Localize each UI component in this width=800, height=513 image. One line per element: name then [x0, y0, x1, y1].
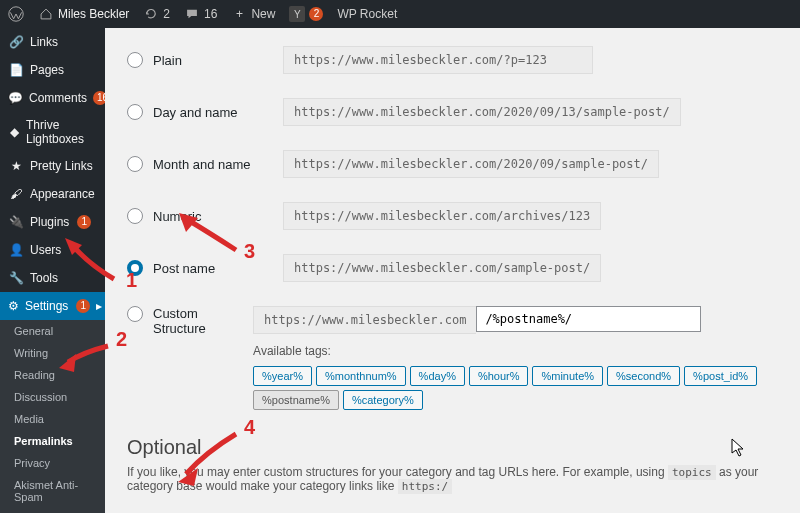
settings-submenu: General Writing Reading Discussion Media…	[0, 320, 105, 513]
thrive-icon: ◆	[8, 124, 20, 140]
refresh-icon	[143, 6, 159, 22]
link-icon: 🔗	[8, 34, 24, 50]
url-postname: https://www.milesbeckler.com/sample-post…	[283, 254, 601, 282]
tag-chip[interactable]: %minute%	[532, 366, 603, 386]
sidebar-item-prettylinks[interactable]: ★Pretty Links	[0, 152, 105, 180]
tag-chip[interactable]: %second%	[607, 366, 680, 386]
sidebar-item-tools[interactable]: 🔧Tools	[0, 264, 105, 292]
custom-base: https://www.milesbeckler.com	[253, 306, 476, 334]
url-monthname: https://www.milesbeckler.com/2020/09/sam…	[283, 150, 659, 178]
option-postname[interactable]: Post namehttps://www.milesbeckler.com/sa…	[127, 242, 778, 294]
option-dayname[interactable]: Day and namehttps://www.milesbeckler.com…	[127, 86, 778, 138]
admin-bar: Miles Beckler 2 16 + New Y 2 WP Rocket	[0, 0, 800, 28]
tag-chip[interactable]: %monthnum%	[316, 366, 406, 386]
radio-monthname[interactable]	[127, 156, 143, 172]
sub-discussion[interactable]: Discussion	[0, 386, 105, 408]
yoast-link[interactable]: Y 2	[289, 6, 323, 22]
option-monthname[interactable]: Month and namehttps://www.milesbeckler.c…	[127, 138, 778, 190]
sidebar-item-settings[interactable]: ⚙Settings1▸	[0, 292, 105, 320]
sub-tinymce[interactable]: TinyMCE Advanced	[0, 508, 105, 513]
tag-chip[interactable]: %day%	[410, 366, 465, 386]
sub-general[interactable]: General	[0, 320, 105, 342]
mouse-cursor-icon	[731, 438, 745, 461]
radio-postname[interactable]	[127, 260, 143, 276]
radio-custom[interactable]	[127, 306, 143, 322]
url-numeric: https://www.milesbeckler.com/archives/12…	[283, 202, 601, 230]
sidebar-item-appearance[interactable]: 🖌Appearance	[0, 180, 105, 208]
wprocket-label: WP Rocket	[337, 7, 397, 21]
option-custom[interactable]: Custom Structure https://www.milesbeckle…	[127, 294, 778, 422]
wordpress-icon	[8, 6, 24, 22]
tag-chip[interactable]: %category%	[343, 390, 423, 410]
tag-chip[interactable]: %post_id%	[684, 366, 757, 386]
row-category-base: Category base	[127, 507, 778, 513]
wrench-icon: 🔧	[8, 270, 24, 286]
gear-icon: ⚙	[8, 298, 19, 314]
sidebar-item-plugins[interactable]: 🔌Plugins1	[0, 208, 105, 236]
option-numeric[interactable]: Numerichttps://www.milesbeckler.com/arch…	[127, 190, 778, 242]
sidebar-item-links[interactable]: 🔗Links	[0, 28, 105, 56]
yoast-badge: 2	[309, 7, 323, 21]
tag-chip[interactable]: %year%	[253, 366, 312, 386]
user-icon: 👤	[8, 242, 24, 258]
comments-count: 16	[204, 7, 217, 21]
custom-structure-input[interactable]	[476, 306, 701, 332]
yoast-icon: Y	[289, 6, 305, 22]
sub-permalinks[interactable]: Permalinks	[0, 430, 105, 452]
sub-privacy[interactable]: Privacy	[0, 452, 105, 474]
admin-sidebar: 🔗Links 📄Pages 💬Comments16 ◆Thrive Lightb…	[0, 28, 105, 513]
optional-desc: If you like, you may enter custom struct…	[127, 465, 778, 493]
url-plain: https://www.milesbeckler.com/?p=123	[283, 46, 593, 74]
sub-media[interactable]: Media	[0, 408, 105, 430]
wprocket-link[interactable]: WP Rocket	[337, 7, 397, 21]
tags-label: Available tags:	[253, 344, 778, 358]
site-home[interactable]: Miles Beckler	[38, 6, 129, 22]
plugin-icon: 🔌	[8, 214, 24, 230]
plus-icon: +	[231, 6, 247, 22]
sidebar-item-thrive[interactable]: ◆Thrive Lightboxes	[0, 112, 105, 152]
optional-heading: Optional	[127, 436, 778, 459]
new-label: New	[251, 7, 275, 21]
page-icon: 📄	[8, 62, 24, 78]
update-count: 2	[163, 7, 170, 21]
sub-reading[interactable]: Reading	[0, 364, 105, 386]
wp-logo[interactable]	[8, 6, 24, 22]
site-name: Miles Beckler	[58, 7, 129, 21]
option-plain[interactable]: Plainhttps://www.milesbeckler.com/?p=123	[127, 34, 778, 86]
tag-chip[interactable]: %hour%	[469, 366, 529, 386]
sidebar-item-comments[interactable]: 💬Comments16	[0, 84, 105, 112]
radio-numeric[interactable]	[127, 208, 143, 224]
comment-icon: 💬	[8, 90, 23, 106]
sidebar-item-users[interactable]: 👤Users	[0, 236, 105, 264]
caret-right-icon: ▸	[96, 299, 102, 313]
comments-link[interactable]: 16	[184, 6, 217, 22]
star-icon: ★	[8, 158, 24, 174]
home-icon	[38, 6, 54, 22]
update-link[interactable]: 2	[143, 6, 170, 22]
sidebar-item-pages[interactable]: 📄Pages	[0, 56, 105, 84]
sub-writing[interactable]: Writing	[0, 342, 105, 364]
brush-icon: 🖌	[8, 186, 24, 202]
new-content[interactable]: + New	[231, 6, 275, 22]
main-content: Plainhttps://www.milesbeckler.com/?p=123…	[105, 28, 800, 513]
sub-akismet[interactable]: Akismet Anti-Spam	[0, 474, 105, 508]
tag-chip[interactable]: %postname%	[253, 390, 339, 410]
comment-icon	[184, 6, 200, 22]
radio-plain[interactable]	[127, 52, 143, 68]
tag-chips: %year%%monthnum%%day%%hour%%minute%%seco…	[253, 362, 778, 410]
url-dayname: https://www.milesbeckler.com/2020/09/13/…	[283, 98, 681, 126]
radio-dayname[interactable]	[127, 104, 143, 120]
